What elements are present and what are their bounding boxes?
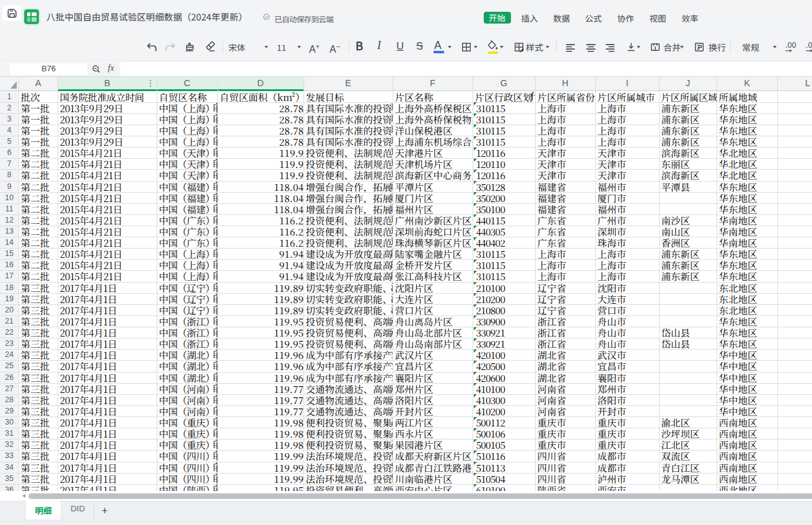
svg-text:自: 自 [212, 350, 217, 360]
svg-text:自: 自 [212, 159, 217, 169]
svg-text:环: 环 [391, 136, 393, 147]
svg-text:自: 自 [212, 474, 217, 484]
svg-text:环: 环 [391, 215, 393, 226]
svg-text:自: 自 [212, 283, 217, 293]
svg-text:高: 高 [391, 428, 393, 439]
svg-text:自: 自 [212, 384, 217, 394]
svg-text:自: 自 [212, 417, 217, 428]
svg-text:环: 环 [391, 114, 393, 125]
svg-text:环: 环 [391, 159, 393, 169]
svg-text:高: 高 [391, 439, 393, 450]
svg-text:自: 自 [212, 237, 217, 248]
svg-text:自: 自 [212, 182, 217, 192]
svg-text:产: 产 [391, 338, 393, 349]
svg-text:贸: 贸 [391, 451, 393, 461]
svg-text:自: 自 [212, 439, 217, 450]
svg-text:自: 自 [212, 226, 217, 237]
svg-text:贸: 贸 [391, 474, 393, 484]
svg-text:代: 代 [530, 92, 535, 102]
svg-text:自: 自 [212, 215, 217, 226]
svg-text:环: 环 [391, 170, 393, 180]
svg-text:两: 两 [391, 204, 393, 214]
svg-text:业: 业 [391, 361, 393, 371]
svg-text:产: 产 [391, 395, 393, 405]
svg-text:高: 高 [391, 417, 393, 428]
svg-text:自: 自 [212, 271, 217, 281]
svg-text:自: 自 [212, 148, 217, 158]
svg-text:自: 自 [212, 395, 217, 405]
svg-text:自: 自 [212, 294, 217, 304]
svg-text:产: 产 [391, 316, 393, 327]
svg-text:两: 两 [391, 193, 393, 203]
svg-text:环: 环 [391, 103, 393, 113]
svg-text:自: 自 [212, 451, 217, 461]
svg-text:的: 的 [391, 249, 393, 259]
svg-text:自: 自 [212, 193, 217, 203]
svg-text:自: 自 [212, 103, 217, 113]
svg-text:产: 产 [391, 384, 393, 394]
svg-text:自: 自 [212, 125, 217, 136]
svg-text:自: 自 [212, 361, 217, 371]
svg-text:自: 自 [212, 338, 217, 349]
svg-text:自: 自 [212, 170, 217, 180]
svg-text:自: 自 [212, 305, 217, 315]
svg-text:自: 自 [212, 327, 217, 338]
svg-text:自: 自 [212, 204, 217, 214]
svg-text:自: 自 [212, 249, 217, 259]
svg-text:业: 业 [391, 350, 393, 360]
svg-text:环: 环 [391, 237, 393, 248]
svg-text:自: 自 [212, 316, 217, 327]
svg-text:的: 的 [391, 271, 393, 281]
svg-text:自: 自 [212, 260, 217, 270]
svg-text:环: 环 [391, 148, 393, 158]
svg-text:自: 自 [212, 136, 217, 147]
svg-text:深: 深 [391, 294, 393, 304]
svg-text:业: 业 [391, 373, 393, 383]
svg-text:的: 的 [391, 260, 393, 270]
svg-text:产: 产 [391, 406, 393, 417]
svg-text:产: 产 [391, 327, 393, 338]
svg-text:深: 深 [391, 305, 393, 315]
svg-text:自: 自 [212, 406, 217, 417]
svg-text:两: 两 [391, 182, 393, 192]
svg-text:自: 自 [212, 114, 217, 125]
svg-text:深: 深 [391, 283, 393, 293]
svg-text:自: 自 [212, 373, 217, 383]
svg-text:环: 环 [391, 125, 393, 136]
svg-text:自: 自 [212, 462, 217, 473]
svg-text:自: 自 [212, 428, 217, 439]
svg-text:贸: 贸 [391, 462, 393, 473]
svg-text:环: 环 [391, 226, 393, 237]
